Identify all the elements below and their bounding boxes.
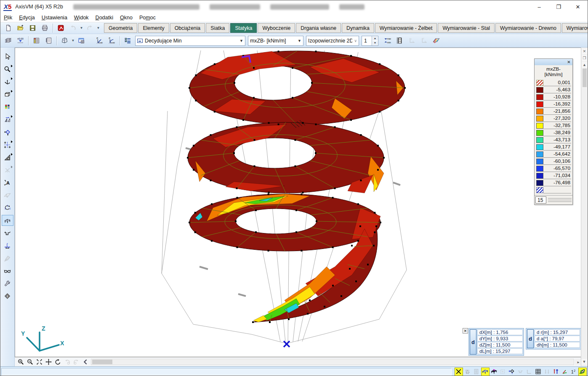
section-result-tool[interactable]: ∫	[2, 240, 13, 251]
workplane-view-toggle[interactable]	[481, 368, 490, 376]
display-mode-combo[interactable]: Izopowierzchnie 2D ∨	[306, 36, 359, 46]
local-systems-toggle	[525, 368, 534, 376]
spinner-up-icon[interactable]: ▲	[372, 36, 378, 41]
displacement-diagram-button: yx	[406, 36, 418, 46]
open-file-button[interactable]	[15, 23, 26, 33]
close-button[interactable]: ✕	[568, 0, 588, 13]
animation-button[interactable]	[394, 36, 405, 46]
rotate-button[interactable]	[53, 358, 62, 366]
tab-drgania-własne[interactable]: Drgania własne	[296, 23, 341, 33]
menu-widok[interactable]: Widok	[71, 14, 92, 21]
menu-plik[interactable]: Plik	[0, 14, 16, 21]
linear-static-button[interactable]: Pu	[94, 36, 105, 46]
report-maker-button[interactable]	[43, 36, 54, 46]
workplanes-tool[interactable]	[2, 89, 13, 100]
menu-bar: PlikEdycjaUstawieniaWidokDodatkiOknoPomo…	[0, 13, 588, 22]
layers-button[interactable]	[3, 36, 14, 46]
tab-wyboczenie[interactable]: Wyboczenie	[258, 23, 295, 33]
delta-toggle-button[interactable]: d	[470, 329, 476, 355]
selection-tool[interactable]	[2, 51, 13, 62]
geometry-check-tool[interactable]	[2, 152, 13, 163]
new-file-button[interactable]	[3, 23, 14, 33]
color-coding-tool[interactable]	[2, 101, 13, 112]
minimize-button[interactable]: –	[529, 0, 549, 13]
structure-display-tool[interactable]	[2, 215, 13, 226]
transform-tool[interactable]	[2, 114, 13, 125]
child-close-icon[interactable]: ✕	[582, 48, 588, 54]
vertical-scrollbar-thumb[interactable]	[583, 69, 587, 87]
model-viewport[interactable]: ✕ mxZB-[kNm/m] 0,001-5,463-10,928-16,392…	[15, 48, 582, 357]
diagram-display-tool[interactable]	[2, 228, 13, 238]
zoom-fit-button[interactable]	[35, 358, 44, 366]
tab-obciążenia[interactable]: Obciążenia	[170, 23, 205, 33]
legend-value: 0,001	[543, 79, 571, 86]
dropdown-caret-icon[interactable]: ▼	[96, 23, 101, 33]
menu-ustawienia[interactable]: Ustawienia	[38, 14, 71, 21]
pdf-export-button[interactable]	[55, 23, 67, 33]
info-tool[interactable]: i	[2, 291, 13, 302]
result-params-button[interactable]	[122, 36, 133, 46]
menu-edycja[interactable]: Edycja	[16, 14, 38, 21]
legend-swatch	[536, 101, 543, 107]
documentation-button[interactable]	[59, 36, 70, 46]
dropdown-caret-icon[interactable]: ▼	[79, 23, 84, 33]
mesh-display-toggle[interactable]	[534, 368, 543, 376]
legend-close-icon[interactable]: ✕	[566, 60, 572, 64]
horizontal-scrollbar[interactable]	[91, 359, 574, 365]
scroll-down-icon[interactable]: ▼	[581, 359, 587, 365]
pan-button[interactable]	[44, 358, 53, 366]
save-button[interactable]	[27, 23, 38, 33]
axes-display-toggle[interactable]	[561, 368, 569, 376]
tab-siatka[interactable]: Siatka	[206, 23, 229, 33]
zoom-in-button[interactable]	[16, 358, 25, 366]
tab-wymiarowanie-drewno[interactable]: Wymiarowanie - Drewno	[495, 23, 561, 33]
annotation-tool[interactable]: A	[2, 177, 13, 188]
elevation-mark-button[interactable]: ±0.00	[15, 36, 26, 46]
views-tool[interactable]	[2, 76, 13, 87]
level-spinner[interactable]: 1 ▲▼	[362, 36, 378, 46]
section-surface-button[interactable]	[431, 36, 442, 46]
move-tool[interactable]	[2, 127, 13, 138]
display-options-tool[interactable]	[2, 265, 13, 276]
tab-statyka[interactable]: Statyka	[230, 23, 257, 33]
zoom-tool[interactable]	[2, 64, 13, 74]
maximize-button[interactable]: ❐	[549, 0, 568, 13]
result-component-combo[interactable]: mxZB- [kNm/m] ▼	[248, 36, 303, 46]
tab-elementy[interactable]: Elementy	[138, 23, 169, 33]
child-restore-icon[interactable]: ❐	[582, 55, 588, 61]
svg-text:1: 1	[571, 370, 574, 374]
nonlinear-static-button[interactable]: Pu	[106, 36, 117, 46]
menu-pomoc[interactable]: Pomoc	[136, 14, 159, 21]
perspective-view-toggle[interactable]	[490, 368, 498, 376]
zoom-out-button[interactable]	[25, 358, 35, 366]
tab-wymiarowanie-mur[interactable]: Wymiarowanie - Mur	[562, 23, 588, 33]
coord-close-icon[interactable]: ✕	[463, 328, 468, 334]
menu-dodatki[interactable]: Dodatki	[92, 14, 117, 21]
collapse-button[interactable]	[81, 358, 90, 366]
tab-wymiarowanie-żelbet[interactable]: Wymiarowanie - Żelbet	[375, 23, 437, 33]
tab-dynamika[interactable]: Dynamika	[342, 23, 374, 33]
print-button[interactable]	[39, 23, 51, 33]
scroll-up-icon[interactable]: ▲	[582, 62, 588, 68]
tab-geometria[interactable]: Geometria	[104, 23, 137, 33]
dropdown-caret-icon[interactable]: ▼	[71, 36, 75, 46]
numbering-display-toggle[interactable]: 12	[569, 368, 578, 376]
snap-intersection-toggle[interactable]	[455, 368, 463, 376]
saved-views-button[interactable]	[76, 36, 87, 46]
minmax-button[interactable]: maxmin	[382, 36, 393, 46]
delta-toggle-button[interactable]: d	[527, 329, 534, 348]
edit-mode-toggle[interactable]	[578, 368, 587, 376]
load-case-combo[interactable]: Decydujące Min ▼	[135, 36, 245, 46]
legend-level-count[interactable]: 15	[535, 196, 546, 204]
table-browser-button[interactable]	[31, 36, 42, 46]
dimension-tool[interactable]	[2, 139, 13, 150]
supports-display-toggle[interactable]	[552, 368, 560, 376]
horizontal-scrollbar-thumb[interactable]	[92, 360, 112, 364]
settings-tool[interactable]	[2, 278, 13, 289]
menu-okno[interactable]: Okno	[117, 14, 136, 21]
spinner-down-icon[interactable]: ▼	[372, 41, 378, 45]
display-order-tool[interactable]: 123	[2, 202, 13, 213]
guidelines-toggle[interactable]	[508, 368, 516, 376]
legend-value	[543, 187, 571, 193]
tab-wymiarowanie-stal[interactable]: Wymiarowanie - Stal	[438, 23, 495, 33]
